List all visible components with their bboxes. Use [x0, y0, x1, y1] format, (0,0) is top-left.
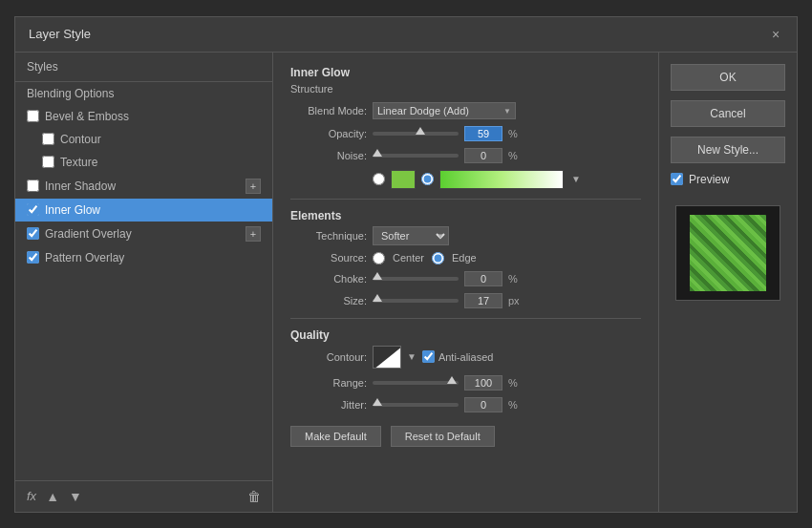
noise-input[interactable]: [464, 148, 502, 163]
sidebar-item-inner-shadow[interactable]: Inner Shadow +: [15, 174, 272, 199]
close-button[interactable]: ×: [768, 27, 783, 42]
cancel-button[interactable]: Cancel: [671, 100, 785, 127]
jitter-slider-thumb[interactable]: [373, 398, 382, 406]
choke-slider-track[interactable]: [373, 277, 459, 281]
content-area: Styles Blending Options Bevel & Emboss: [15, 53, 797, 512]
contour-dropdown-arrow[interactable]: ▼: [407, 351, 417, 362]
blend-mode-select-wrapper: Linear Dodge (Add) Normal Multiply Scree…: [373, 102, 516, 119]
contour-label-quality: Contour:: [290, 351, 367, 363]
source-row: Source: Center Edge: [290, 252, 641, 264]
preview-image: [690, 215, 766, 291]
pattern-overlay-checkbox[interactable]: [27, 251, 39, 264]
sidebar-item-blending-options[interactable]: Blending Options: [15, 82, 272, 105]
preview-label: Preview: [689, 173, 730, 186]
reset-default-button[interactable]: Reset to Default: [391, 426, 495, 447]
noise-label: Noise:: [290, 150, 367, 161]
jitter-label: Jitter:: [290, 399, 367, 411]
range-slider-track[interactable]: [373, 381, 459, 385]
bevel-emboss-checkbox[interactable]: [27, 110, 39, 122]
opacity-input[interactable]: [464, 126, 502, 141]
anti-aliased-text: Anti-aliased: [438, 351, 493, 363]
texture-label: Texture: [60, 156, 97, 169]
blend-mode-select[interactable]: Linear Dodge (Add) Normal Multiply Scree…: [373, 102, 516, 119]
size-unit: px: [508, 295, 527, 306]
divider-elements: [290, 199, 641, 200]
jitter-unit: %: [508, 399, 527, 411]
gradient-overlay-add-button[interactable]: +: [246, 226, 261, 242]
gradient-overlay-checkbox[interactable]: [27, 227, 39, 240]
left-panel: Styles Blending Options Bevel & Emboss: [15, 53, 273, 512]
preview-checkbox[interactable]: [671, 173, 683, 185]
contour-row-quality: Contour: ▼ Anti-aliased: [290, 346, 641, 369]
section-elements: Elements Technique: Softer Precise Sourc…: [290, 209, 641, 308]
move-up-icon[interactable]: ▲: [46, 489, 59, 504]
sidebar-item-inner-glow[interactable]: Inner Glow: [15, 199, 272, 222]
source-radio-group: Center Edge: [373, 252, 477, 264]
source-center-radio[interactable]: [373, 252, 385, 264]
noise-slider-track[interactable]: [373, 154, 459, 158]
inner-shadow-add-button[interactable]: +: [246, 179, 261, 194]
technique-select[interactable]: Softer Precise: [373, 226, 449, 245]
noise-row: Noise: %: [290, 148, 641, 163]
sidebar-item-texture[interactable]: Texture: [15, 151, 272, 174]
quality-title: Quality: [290, 328, 641, 342]
blend-mode-row: Blend Mode: Linear Dodge (Add) Normal Mu…: [290, 102, 641, 119]
divider-quality: [290, 318, 641, 319]
range-slider-thumb[interactable]: [447, 376, 457, 384]
section-inner-glow: Inner Glow Structure Blend Mode: Linear …: [290, 66, 641, 189]
source-edge-radio[interactable]: [432, 252, 444, 264]
noise-slider-thumb[interactable]: [373, 149, 382, 157]
middle-panel: Inner Glow Structure Blend Mode: Linear …: [273, 53, 658, 512]
gradient-overlay-row: Gradient Overlay: [27, 227, 132, 241]
move-down-icon[interactable]: ▼: [69, 489, 82, 504]
choke-input[interactable]: [464, 271, 502, 286]
sidebar-item-gradient-overlay[interactable]: Gradient Overlay +: [15, 222, 272, 246]
gradient-arrow[interactable]: ▼: [571, 174, 581, 184]
make-default-button[interactable]: Make Default: [290, 426, 381, 447]
contour-checkbox[interactable]: [42, 133, 54, 145]
sidebar-item-bevel-emboss[interactable]: Bevel & Emboss: [15, 105, 272, 128]
pattern-overlay-label: Pattern Overlay: [45, 251, 124, 264]
gradient-radio[interactable]: [421, 173, 434, 185]
anti-aliased-checkbox[interactable]: [422, 350, 435, 363]
source-center-label: Center: [393, 252, 424, 264]
opacity-row: Opacity: %: [290, 126, 641, 141]
opacity-unit: %: [508, 128, 527, 139]
size-slider-thumb[interactable]: [373, 294, 382, 302]
color-row: ▼: [290, 170, 641, 189]
sidebar-item-pattern-overlay[interactable]: Pattern Overlay: [15, 246, 272, 269]
contour-label: Contour: [60, 133, 101, 146]
inner-shadow-checkbox[interactable]: [27, 180, 39, 192]
bottom-buttons: Make Default Reset to Default: [290, 426, 641, 447]
size-slider-track[interactable]: [373, 299, 459, 303]
inner-shadow-row: Inner Shadow: [27, 180, 116, 193]
inner-glow-checkbox[interactable]: [27, 203, 39, 216]
opacity-slider-track[interactable]: [373, 132, 459, 136]
color-swatch[interactable]: [391, 170, 416, 189]
pattern-overlay-row: Pattern Overlay: [27, 251, 124, 264]
jitter-input[interactable]: [464, 397, 502, 412]
technique-select-wrapper: Softer Precise: [373, 226, 449, 245]
range-row: Range: %: [290, 375, 641, 391]
gradient-swatch[interactable]: [439, 170, 564, 189]
size-row: Size: px: [290, 293, 641, 308]
range-label: Range:: [290, 377, 367, 389]
choke-slider-thumb[interactable]: [373, 272, 382, 280]
source-label: Source:: [290, 252, 367, 264]
svg-marker-0: [374, 347, 401, 369]
ok-button[interactable]: OK: [671, 64, 785, 91]
contour-preview[interactable]: [373, 346, 401, 369]
technique-row: Technique: Softer Precise: [290, 226, 641, 245]
styles-header: Styles: [15, 53, 272, 82]
title-bar: Layer Style ×: [15, 17, 797, 53]
jitter-slider-track[interactable]: [373, 403, 459, 407]
delete-icon[interactable]: 🗑: [247, 489, 261, 504]
sidebar-item-contour[interactable]: Contour: [15, 128, 272, 151]
texture-checkbox[interactable]: [42, 156, 54, 168]
range-input[interactable]: [464, 375, 502, 391]
new-style-button[interactable]: New Style...: [671, 137, 785, 163]
size-input[interactable]: [464, 293, 502, 308]
color-radio[interactable]: [373, 173, 385, 185]
layer-style-list: Blending Options Bevel & Emboss Contour: [15, 82, 272, 480]
opacity-slider-thumb[interactable]: [416, 127, 425, 135]
